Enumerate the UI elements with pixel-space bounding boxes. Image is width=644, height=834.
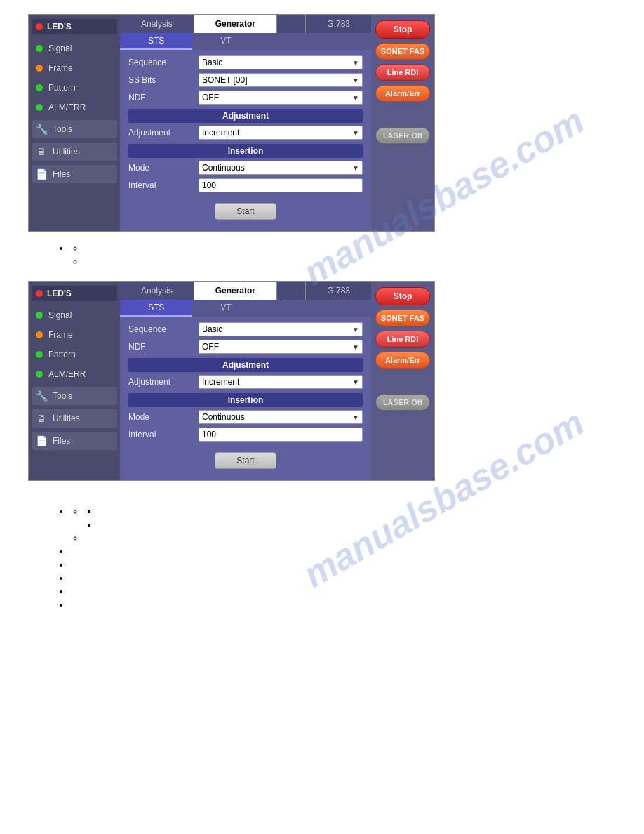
files-icon-2: 📄 <box>36 435 47 446</box>
select-ndf-1[interactable]: OFF ▼ <box>199 91 363 105</box>
sub-tab-vt-2[interactable]: VT <box>192 300 259 317</box>
alarm-err-button-1[interactable]: Alarm/Err <box>375 85 430 102</box>
label-interval-1: Interval <box>128 180 199 190</box>
tab-generator-1[interactable]: Generator <box>194 15 277 33</box>
section-insertion-2: Insertion <box>128 393 363 407</box>
laser-off-button-1[interactable]: LASER Off <box>375 127 430 144</box>
utilities-icon-1: 🖥 <box>36 146 47 157</box>
select-sequence-value-2: Basic <box>202 324 222 334</box>
sub-tab-sts-2[interactable]: STS <box>120 300 192 317</box>
line-rdi-button-2[interactable]: Line RDI <box>375 331 430 348</box>
sidebar-utilities-1[interactable]: 🖥 Utilities <box>32 143 117 161</box>
select-mode-1[interactable]: Continuous ▼ <box>199 161 363 175</box>
form-row-mode-1: Mode Continuous ▼ <box>128 161 363 175</box>
sidebar-item-signal-2[interactable]: Signal <box>32 307 117 324</box>
sub-tab-vt-1[interactable]: VT <box>192 33 259 50</box>
tab-analysis-2[interactable]: Analysis <box>120 282 194 300</box>
select-adjustment-2[interactable]: Increment ▼ <box>199 375 363 389</box>
input-interval-1[interactable]: 100 <box>199 178 363 192</box>
bullet-area-1 <box>56 243 616 267</box>
led-frame-1 <box>36 65 43 72</box>
right-panel-1: Stop SONET FAS Line RDI Alarm/Err LASER … <box>371 15 434 231</box>
select-sequence-arrow-2: ▼ <box>352 326 359 333</box>
select-sequence-1[interactable]: Basic ▼ <box>199 55 363 70</box>
sub-tab-sts-1[interactable]: STS <box>120 33 192 50</box>
list-item-2a1b <box>98 519 616 530</box>
sidebar-item-frame-1[interactable]: Frame <box>32 60 117 77</box>
list-item-1a2 <box>84 256 616 267</box>
select-adjustment-value-2: Increment <box>202 377 239 387</box>
sidebar-item-frame-2[interactable]: Frame <box>32 326 117 343</box>
main-area-2: Analysis Generator G.783 STS VT Sequence… <box>120 282 371 480</box>
bullet-area-2 <box>56 506 616 610</box>
sonet-fas-button-1[interactable]: SONET FAS <box>375 43 430 60</box>
list-item-2a1a <box>98 506 616 517</box>
utilities-icon-2: 🖥 <box>36 413 47 424</box>
label-mode-2: Mode <box>128 412 199 422</box>
select-ndf-value-1: OFF <box>202 93 219 102</box>
tab-generator-2[interactable]: Generator <box>194 282 277 300</box>
sidebar-files-1[interactable]: 📄 Files <box>32 165 117 183</box>
sidebar-files-2[interactable]: 📄 Files <box>32 432 117 450</box>
input-interval-2[interactable]: 100 <box>199 428 363 442</box>
sub-tab-bar-1: STS VT <box>120 33 371 50</box>
sidebar-2: LED'S Signal Frame Pattern ALM/ERR 🔧 Too… <box>29 282 120 480</box>
label-adjustment-1: Adjustment <box>128 128 199 138</box>
select-sequence-2[interactable]: Basic ▼ <box>199 322 363 336</box>
tab-g783-2[interactable]: G.783 <box>305 282 371 300</box>
start-btn-row-1: Start <box>128 196 363 225</box>
sidebar-item-pattern-1[interactable]: Pattern <box>32 79 117 96</box>
form-area-2: Sequence Basic ▼ NDF OFF ▼ Adjustment Ad… <box>120 317 371 480</box>
line-rdi-button-1[interactable]: Line RDI <box>375 64 430 81</box>
select-ndf-2[interactable]: OFF ▼ <box>199 340 363 354</box>
label-mode-1: Mode <box>128 163 199 173</box>
led-dot-red-2 <box>36 290 43 297</box>
list-item-2b <box>70 546 616 557</box>
sidebar-tools-label-2: Tools <box>53 391 72 401</box>
sidebar-1: LED'S Signal Frame Pattern ALM/ERR 🔧 Too… <box>29 15 120 231</box>
sonet-fas-button-2[interactable]: SONET FAS <box>375 310 430 326</box>
sidebar-utilities-label-1: Utilities <box>53 147 80 157</box>
tab-analysis-1[interactable]: Analysis <box>120 15 194 33</box>
sidebar-item-pattern-2[interactable]: Pattern <box>32 346 117 363</box>
wrench-icon-1: 🔧 <box>36 124 47 135</box>
sidebar-tools-1[interactable]: 🔧 Tools <box>32 120 117 138</box>
start-button-2[interactable]: Start <box>215 452 276 469</box>
main-area-1: Analysis Generator G.783 STS VT Sequence… <box>120 15 371 231</box>
sidebar-almerr-label-2: ALM/ERR <box>48 369 86 379</box>
list-item-1a <box>70 243 616 267</box>
select-sequence-value-1: Basic <box>202 58 222 67</box>
form-row-interval-1: Interval 100 <box>128 178 363 192</box>
label-sequence-2: Sequence <box>128 324 199 334</box>
device-panel-1: LED'S Signal Frame Pattern ALM/ERR 🔧 Too… <box>28 14 435 232</box>
sidebar-tools-2[interactable]: 🔧 Tools <box>32 387 117 405</box>
led-signal-2 <box>36 312 43 319</box>
files-icon-1: 📄 <box>36 168 47 180</box>
select-ssbits-value-1: SONET [00] <box>202 75 247 85</box>
sidebar-frame-label-1: Frame <box>48 63 73 73</box>
tab-bar-1: Analysis Generator G.783 <box>120 15 371 33</box>
sidebar-item-almerr-2[interactable]: ALM/ERR <box>32 366 117 383</box>
sidebar-logo-2[interactable]: LED'S <box>32 286 117 301</box>
list-item-2a1 <box>84 506 616 530</box>
stop-button-2[interactable]: Stop <box>375 287 430 305</box>
form-row-interval-2: Interval 100 <box>128 428 363 442</box>
sidebar-item-signal-1[interactable]: Signal <box>32 40 117 57</box>
sidebar-tools-label-1: Tools <box>53 124 72 134</box>
sidebar-item-almerr-1[interactable]: ALM/ERR <box>32 99 117 116</box>
stop-button-1[interactable]: Stop <box>375 20 430 39</box>
select-ssbits-1[interactable]: SONET [00] ▼ <box>199 73 363 87</box>
sidebar-logo-1[interactable]: LED'S <box>32 19 117 34</box>
start-button-1[interactable]: Start <box>215 203 276 220</box>
select-ndf-arrow-1: ▼ <box>352 94 359 102</box>
select-adjustment-1[interactable]: Increment ▼ <box>199 126 363 140</box>
sidebar-utilities-2[interactable]: 🖥 Utilities <box>32 409 117 428</box>
alarm-err-button-2[interactable]: Alarm/Err <box>375 352 430 369</box>
select-mode-2[interactable]: Continuous ▼ <box>199 410 363 424</box>
tab-g783-1[interactable]: G.783 <box>305 15 371 33</box>
laser-off-button-2[interactable]: LASER Off <box>375 394 430 411</box>
list-item-2c <box>70 560 616 570</box>
label-ndf-1: NDF <box>128 93 199 102</box>
select-ndf-value-2: OFF <box>202 342 219 352</box>
list-item-2a2 <box>84 533 616 543</box>
